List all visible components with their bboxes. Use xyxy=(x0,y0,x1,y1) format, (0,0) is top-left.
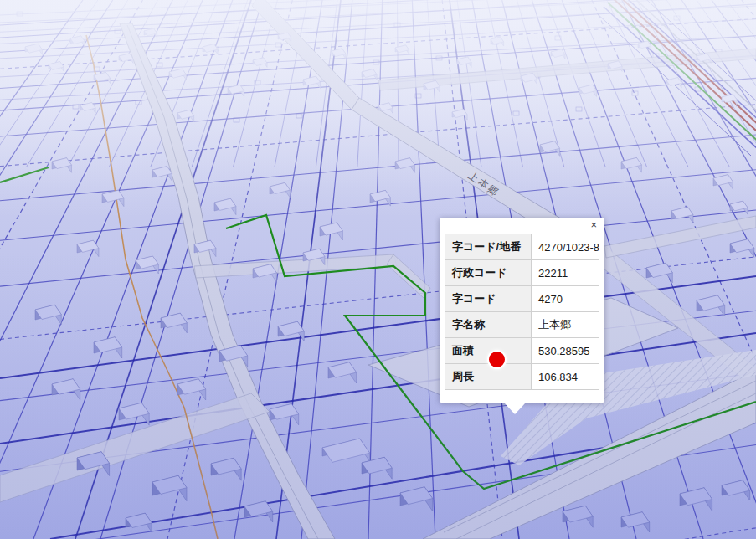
row-label: 字コード xyxy=(445,286,532,312)
selected-parcel-marker[interactable] xyxy=(487,350,507,369)
table-row: 周長 106.834 xyxy=(445,364,599,390)
popup-close-icon[interactable]: × xyxy=(590,219,597,231)
row-value: 4270 xyxy=(532,286,599,312)
parcel-info-table: 字コード/地番 4270/1023-8 行政コード 22211 字コード 427… xyxy=(445,234,599,390)
table-row: 字名称 上本郷 xyxy=(445,312,599,338)
row-value: 4270/1023-8 xyxy=(532,234,599,260)
popup-pointer-arrow xyxy=(504,403,526,414)
map-3d-view[interactable]: 上本郷 xyxy=(0,0,756,539)
table-row: 字コード/地番 4270/1023-8 xyxy=(445,234,599,260)
row-label: 字コード/地番 xyxy=(445,234,532,260)
table-row: 行政コード 22211 xyxy=(445,260,599,286)
row-label: 行政コード xyxy=(445,260,532,286)
row-value: 22211 xyxy=(532,260,599,286)
parcel-info-popup: × 字コード/地番 4270/1023-8 行政コード 22211 字コード 4… xyxy=(440,218,604,403)
row-value: 106.834 xyxy=(532,364,599,390)
row-label: 字名称 xyxy=(445,312,532,338)
row-value: 上本郷 xyxy=(532,312,599,338)
table-row: 字コード 4270 xyxy=(445,286,599,312)
table-row: 面積 530.28595 xyxy=(445,338,599,364)
foreground-tint-overlay xyxy=(0,251,756,539)
row-label: 周長 xyxy=(445,364,532,390)
distance-haze-overlay xyxy=(0,0,756,218)
row-value: 530.28595 xyxy=(532,338,599,364)
map-viewer-app: { "popup": { "close_label": "×", "rows":… xyxy=(0,0,756,539)
map-canvas[interactable]: 上本郷 xyxy=(0,0,756,539)
